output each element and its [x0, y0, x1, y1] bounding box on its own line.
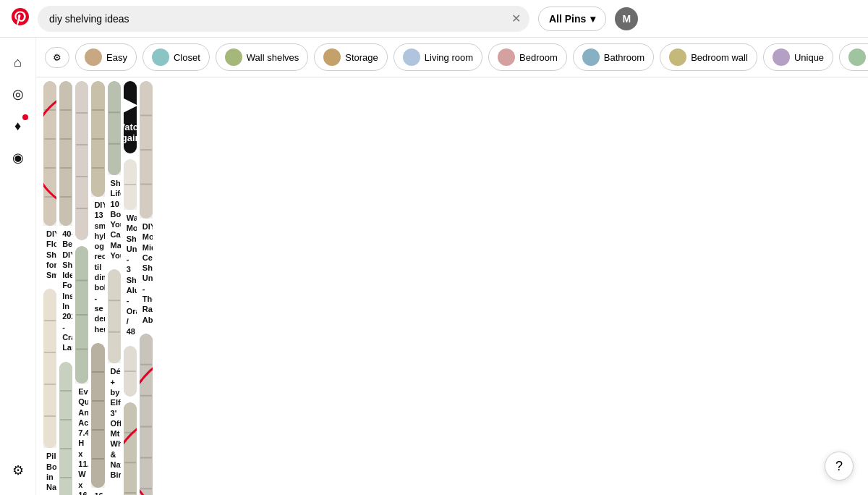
- pin-canvas: [140, 81, 153, 219]
- sidebar-item-settings[interactable]: ⚙: [5, 457, 31, 483]
- pin-title: DIY Floating Shelves for Small...: [43, 226, 56, 283]
- filter-options-button[interactable]: ⚙: [45, 47, 69, 68]
- pin-image: [59, 362, 72, 495]
- pin-card[interactable]: 45 DIY Shelves to Build: Easy Shelving I…: [140, 334, 153, 495]
- sidebar-item-messages[interactable]: ◉: [5, 145, 31, 171]
- filter-pill-living-room[interactable]: Living room: [393, 43, 482, 71]
- pin-image: [75, 81, 88, 240]
- filter-pill-bedroom-wall[interactable]: Bedroom wall: [660, 43, 757, 71]
- pin-title: Pillar Bookshelf in Natural, 2x1 | Thuma: [43, 448, 56, 495]
- pin-card[interactable]: DIY Floating Shelves for Small...···: [43, 81, 56, 283]
- search-bar: diy shelving ideas ✕: [38, 6, 529, 32]
- filter-pill-easy[interactable]: Easy: [75, 43, 137, 71]
- watch-again-label: Watch again: [124, 122, 137, 143]
- sidebar: ⌂ ◎ ♦ ◉ ⚙: [0, 38, 36, 495]
- pin-title: DIY: Modular Mid-Century Shelving Unit -…: [140, 219, 153, 328]
- pin-card[interactable]: [124, 346, 137, 397]
- sidebar-item-home[interactable]: ⌂: [5, 49, 31, 75]
- filter-pill-closet[interactable]: Closet: [142, 43, 210, 71]
- pin-image: [108, 269, 121, 363]
- pin-canvas: [124, 402, 137, 495]
- pin-canvas: [108, 81, 121, 175]
- pin-title: Everly Quinn Annaleia Accent 7.48 H x 11…: [75, 384, 88, 495]
- pin-column-2: Everly Quinn Annaleia Accent 7.48 H x 11…: [75, 81, 88, 495]
- pin-card[interactable]: Cheap and Easy DIY Closet Shelves: [59, 362, 72, 495]
- pin-title: 16 Easiest DIY Bookshelf Ideas: [91, 488, 104, 495]
- filter-pill-storage[interactable]: Storage: [314, 43, 388, 71]
- pin-card[interactable]: ▶ Watch again: [124, 81, 137, 153]
- filter-pill-bedroom[interactable]: Bedroom: [488, 43, 567, 71]
- pin-title: 40+ Best DIY Shelving Ideas For Inspirat…: [59, 226, 72, 356]
- pin-column-0: DIY Floating Shelves for Small...···Pill…: [43, 81, 56, 495]
- pill-thumbnail: [773, 48, 790, 66]
- filter-pill-wall-shelves[interactable]: Wall shelves: [216, 43, 308, 71]
- pins-grid: DIY Floating Shelves for Small...···Pill…: [42, 75, 862, 495]
- pin-card[interactable]: DIY: Modular Mid-Century Shelving Unit -…: [140, 81, 153, 328]
- pin-image: [59, 81, 72, 226]
- pin-canvas: [75, 81, 88, 240]
- pill-thumbnail: [669, 48, 686, 66]
- pin-canvas: [124, 346, 137, 397]
- main-content: DIY Floating Shelves for Small...···Pill…: [36, 38, 868, 495]
- pin-title: DIY: 13 smarte hylder og reoler til din …: [91, 197, 104, 337]
- pin-card[interactable]: Wall Mounted Shelving Units - 3 Shelf Al…: [124, 159, 137, 340]
- pin-column-4: Shelf Life: 10 Bookcases You Can Make Yo…: [108, 81, 121, 489]
- pin-image: [124, 402, 137, 495]
- filter-pill-bathroom[interactable]: Bathroom: [573, 43, 654, 71]
- filter-pill-cheap[interactable]: Cheap: [839, 43, 868, 71]
- pin-card[interactable]: Everly Quinn Annaleia Accent 7.48 H x 11…: [75, 246, 88, 495]
- pin-title: Shelf Life: 10 Bookcases You Can Make Yo…: [108, 175, 121, 263]
- pin-canvas: [59, 362, 72, 495]
- chevron-down-icon: ▾: [590, 13, 595, 25]
- all-pins-label: All Pins: [549, 13, 586, 25]
- pin-column-6: DIY: Modular Mid-Century Shelving Unit -…: [140, 81, 153, 495]
- header: diy shelving ideas ✕ All Pins ▾ M: [0, 0, 868, 38]
- pin-canvas: [140, 334, 153, 495]
- pill-thumbnail: [582, 48, 600, 66]
- pin-card[interactable]: [75, 81, 88, 240]
- pill-thumbnail: [848, 48, 866, 66]
- pill-thumbnail: [152, 48, 169, 66]
- pill-thumbnail: [323, 48, 341, 66]
- pin-image: [140, 334, 153, 495]
- pin-column-3: DIY: 13 smarte hylder og reoler til din …: [91, 81, 104, 495]
- help-button[interactable]: ?: [825, 452, 854, 481]
- pin-title: Décor + by Elfa 3' Office Mt White & Nat…: [108, 363, 121, 483]
- pin-image: [91, 343, 104, 488]
- pin-canvas: [108, 269, 121, 363]
- pill-thumbnail: [403, 48, 420, 66]
- logo[interactable]: [12, 8, 29, 30]
- pin-title: Wall Mounted Shelving Units - 3 Shelf Al…: [124, 210, 137, 340]
- pin-image: [140, 81, 153, 219]
- avatar[interactable]: M: [615, 7, 638, 30]
- pin-image: [108, 81, 121, 175]
- pin-card[interactable]: Shelf Life: 10 Bookcases You Can Make Yo…: [108, 81, 121, 263]
- pin-column-1: 40+ Best DIY Shelving Ideas For Inspirat…: [59, 81, 72, 495]
- play-icon: ▶: [124, 92, 137, 116]
- pin-image: [91, 81, 104, 197]
- pin-card[interactable]: 40+ Best DIY Shelving Ideas For Inspirat…: [59, 81, 72, 356]
- sidebar-item-explore[interactable]: ◎: [5, 81, 31, 107]
- filter-bar: ⚙ EasyClosetWall shelvesStorageLiving ro…: [36, 38, 868, 77]
- pin-card[interactable]: 16 Easiest DIY Bookshelf Ideas: [91, 343, 104, 495]
- pill-thumbnail: [85, 48, 102, 66]
- pill-thumbnail: [498, 48, 515, 66]
- pin-card[interactable]: How to Maximize Space with DIY...: [124, 402, 137, 495]
- search-input[interactable]: diy shelving ideas: [38, 6, 529, 32]
- filter-pill-unique[interactable]: Unique: [763, 43, 833, 71]
- pin-canvas: [91, 343, 104, 488]
- pin-card[interactable]: Pillar Bookshelf in Natural, 2x1 | Thuma…: [43, 289, 56, 495]
- pin-column-5: ▶ Watch again Wall Mounted Shelving Unit…: [124, 81, 137, 495]
- all-pins-button[interactable]: All Pins ▾: [538, 7, 606, 31]
- pin-canvas: [91, 81, 104, 197]
- pin-image: [124, 346, 137, 397]
- pin-canvas: [59, 81, 72, 226]
- pill-thumbnail: [225, 48, 242, 66]
- sidebar-item-notifications[interactable]: ♦: [5, 113, 31, 139]
- search-clear-icon[interactable]: ✕: [511, 12, 521, 25]
- filter-icon: ⚙: [53, 52, 61, 63]
- pin-card[interactable]: Décor + by Elfa 3' Office Mt White & Nat…: [108, 269, 121, 483]
- pin-card[interactable]: DIY: 13 smarte hylder og reoler til din …: [91, 81, 104, 337]
